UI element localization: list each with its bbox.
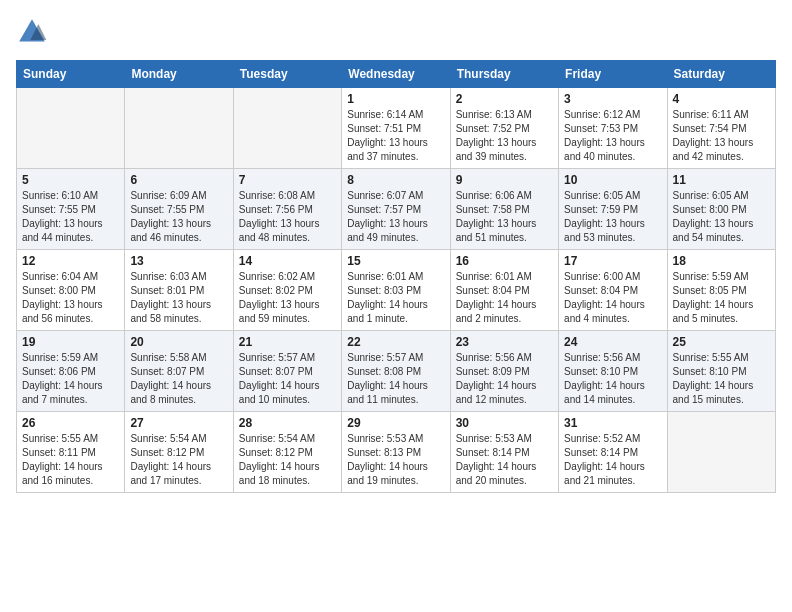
page-header [16, 16, 776, 48]
day-number: 15 [347, 254, 444, 268]
calendar-cell: 15Sunrise: 6:01 AMSunset: 8:03 PMDayligh… [342, 250, 450, 331]
calendar-cell: 26Sunrise: 5:55 AMSunset: 8:11 PMDayligh… [17, 412, 125, 493]
day-info: Sunrise: 5:56 AMSunset: 8:09 PMDaylight:… [456, 351, 553, 407]
day-info: Sunrise: 5:57 AMSunset: 8:07 PMDaylight:… [239, 351, 336, 407]
weekday-header: Thursday [450, 61, 558, 88]
calendar-cell: 11Sunrise: 6:05 AMSunset: 8:00 PMDayligh… [667, 169, 775, 250]
day-info: Sunrise: 5:53 AMSunset: 8:13 PMDaylight:… [347, 432, 444, 488]
calendar-cell [233, 88, 341, 169]
day-number: 27 [130, 416, 227, 430]
day-info: Sunrise: 6:12 AMSunset: 7:53 PMDaylight:… [564, 108, 661, 164]
calendar-cell: 3Sunrise: 6:12 AMSunset: 7:53 PMDaylight… [559, 88, 667, 169]
calendar-cell: 25Sunrise: 5:55 AMSunset: 8:10 PMDayligh… [667, 331, 775, 412]
day-number: 7 [239, 173, 336, 187]
calendar-cell: 5Sunrise: 6:10 AMSunset: 7:55 PMDaylight… [17, 169, 125, 250]
calendar-cell: 28Sunrise: 5:54 AMSunset: 8:12 PMDayligh… [233, 412, 341, 493]
calendar-cell [667, 412, 775, 493]
day-info: Sunrise: 5:59 AMSunset: 8:06 PMDaylight:… [22, 351, 119, 407]
day-number: 30 [456, 416, 553, 430]
day-info: Sunrise: 6:06 AMSunset: 7:58 PMDaylight:… [456, 189, 553, 245]
day-info: Sunrise: 5:52 AMSunset: 8:14 PMDaylight:… [564, 432, 661, 488]
day-number: 18 [673, 254, 770, 268]
calendar-cell: 14Sunrise: 6:02 AMSunset: 8:02 PMDayligh… [233, 250, 341, 331]
weekday-header: Saturday [667, 61, 775, 88]
calendar-cell: 23Sunrise: 5:56 AMSunset: 8:09 PMDayligh… [450, 331, 558, 412]
weekday-header: Tuesday [233, 61, 341, 88]
day-info: Sunrise: 6:01 AMSunset: 8:03 PMDaylight:… [347, 270, 444, 326]
calendar-cell: 24Sunrise: 5:56 AMSunset: 8:10 PMDayligh… [559, 331, 667, 412]
calendar-cell: 1Sunrise: 6:14 AMSunset: 7:51 PMDaylight… [342, 88, 450, 169]
day-number: 3 [564, 92, 661, 106]
day-number: 11 [673, 173, 770, 187]
calendar-week-row: 1Sunrise: 6:14 AMSunset: 7:51 PMDaylight… [17, 88, 776, 169]
calendar-cell: 2Sunrise: 6:13 AMSunset: 7:52 PMDaylight… [450, 88, 558, 169]
day-info: Sunrise: 6:05 AMSunset: 8:00 PMDaylight:… [673, 189, 770, 245]
day-number: 13 [130, 254, 227, 268]
day-number: 2 [456, 92, 553, 106]
calendar-cell: 6Sunrise: 6:09 AMSunset: 7:55 PMDaylight… [125, 169, 233, 250]
day-info: Sunrise: 5:54 AMSunset: 8:12 PMDaylight:… [130, 432, 227, 488]
calendar-cell [17, 88, 125, 169]
calendar-cell: 19Sunrise: 5:59 AMSunset: 8:06 PMDayligh… [17, 331, 125, 412]
day-number: 17 [564, 254, 661, 268]
day-number: 26 [22, 416, 119, 430]
day-info: Sunrise: 5:57 AMSunset: 8:08 PMDaylight:… [347, 351, 444, 407]
day-number: 16 [456, 254, 553, 268]
day-info: Sunrise: 5:58 AMSunset: 8:07 PMDaylight:… [130, 351, 227, 407]
calendar-body: 1Sunrise: 6:14 AMSunset: 7:51 PMDaylight… [17, 88, 776, 493]
calendar-cell: 21Sunrise: 5:57 AMSunset: 8:07 PMDayligh… [233, 331, 341, 412]
logo-icon [16, 16, 48, 48]
calendar-cell: 13Sunrise: 6:03 AMSunset: 8:01 PMDayligh… [125, 250, 233, 331]
day-number: 1 [347, 92, 444, 106]
calendar-cell: 17Sunrise: 6:00 AMSunset: 8:04 PMDayligh… [559, 250, 667, 331]
day-number: 14 [239, 254, 336, 268]
weekday-header: Friday [559, 61, 667, 88]
day-info: Sunrise: 5:53 AMSunset: 8:14 PMDaylight:… [456, 432, 553, 488]
day-info: Sunrise: 5:55 AMSunset: 8:11 PMDaylight:… [22, 432, 119, 488]
day-number: 20 [130, 335, 227, 349]
day-number: 6 [130, 173, 227, 187]
day-number: 29 [347, 416, 444, 430]
day-info: Sunrise: 6:09 AMSunset: 7:55 PMDaylight:… [130, 189, 227, 245]
calendar-cell: 20Sunrise: 5:58 AMSunset: 8:07 PMDayligh… [125, 331, 233, 412]
calendar-week-row: 19Sunrise: 5:59 AMSunset: 8:06 PMDayligh… [17, 331, 776, 412]
day-info: Sunrise: 6:04 AMSunset: 8:00 PMDaylight:… [22, 270, 119, 326]
calendar-cell: 29Sunrise: 5:53 AMSunset: 8:13 PMDayligh… [342, 412, 450, 493]
calendar-cell: 31Sunrise: 5:52 AMSunset: 8:14 PMDayligh… [559, 412, 667, 493]
day-number: 22 [347, 335, 444, 349]
day-info: Sunrise: 6:05 AMSunset: 7:59 PMDaylight:… [564, 189, 661, 245]
weekday-header: Sunday [17, 61, 125, 88]
day-number: 4 [673, 92, 770, 106]
calendar-cell: 30Sunrise: 5:53 AMSunset: 8:14 PMDayligh… [450, 412, 558, 493]
calendar-cell: 4Sunrise: 6:11 AMSunset: 7:54 PMDaylight… [667, 88, 775, 169]
day-info: Sunrise: 6:10 AMSunset: 7:55 PMDaylight:… [22, 189, 119, 245]
calendar-header: SundayMondayTuesdayWednesdayThursdayFrid… [17, 61, 776, 88]
calendar-week-row: 5Sunrise: 6:10 AMSunset: 7:55 PMDaylight… [17, 169, 776, 250]
calendar-cell: 27Sunrise: 5:54 AMSunset: 8:12 PMDayligh… [125, 412, 233, 493]
day-number: 21 [239, 335, 336, 349]
day-info: Sunrise: 6:01 AMSunset: 8:04 PMDaylight:… [456, 270, 553, 326]
calendar-week-row: 26Sunrise: 5:55 AMSunset: 8:11 PMDayligh… [17, 412, 776, 493]
day-number: 19 [22, 335, 119, 349]
day-info: Sunrise: 6:14 AMSunset: 7:51 PMDaylight:… [347, 108, 444, 164]
calendar-cell [125, 88, 233, 169]
day-number: 24 [564, 335, 661, 349]
day-info: Sunrise: 5:55 AMSunset: 8:10 PMDaylight:… [673, 351, 770, 407]
calendar-cell: 16Sunrise: 6:01 AMSunset: 8:04 PMDayligh… [450, 250, 558, 331]
weekday-header: Monday [125, 61, 233, 88]
day-number: 23 [456, 335, 553, 349]
day-info: Sunrise: 6:00 AMSunset: 8:04 PMDaylight:… [564, 270, 661, 326]
day-info: Sunrise: 6:08 AMSunset: 7:56 PMDaylight:… [239, 189, 336, 245]
calendar-cell: 8Sunrise: 6:07 AMSunset: 7:57 PMDaylight… [342, 169, 450, 250]
day-number: 10 [564, 173, 661, 187]
day-info: Sunrise: 6:02 AMSunset: 8:02 PMDaylight:… [239, 270, 336, 326]
day-info: Sunrise: 6:13 AMSunset: 7:52 PMDaylight:… [456, 108, 553, 164]
day-number: 31 [564, 416, 661, 430]
day-info: Sunrise: 6:03 AMSunset: 8:01 PMDaylight:… [130, 270, 227, 326]
calendar-week-row: 12Sunrise: 6:04 AMSunset: 8:00 PMDayligh… [17, 250, 776, 331]
day-number: 12 [22, 254, 119, 268]
day-info: Sunrise: 6:07 AMSunset: 7:57 PMDaylight:… [347, 189, 444, 245]
calendar-table: SundayMondayTuesdayWednesdayThursdayFrid… [16, 60, 776, 493]
calendar-cell: 10Sunrise: 6:05 AMSunset: 7:59 PMDayligh… [559, 169, 667, 250]
weekday-row: SundayMondayTuesdayWednesdayThursdayFrid… [17, 61, 776, 88]
